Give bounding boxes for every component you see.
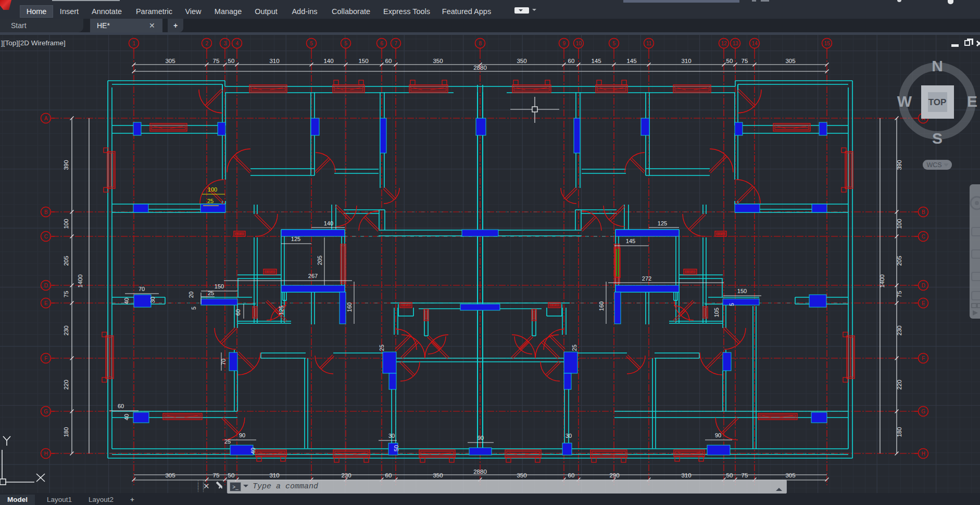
svg-text:H: H [921, 451, 925, 457]
svg-text:30: 30 [388, 433, 395, 439]
svg-text:230: 230 [896, 325, 902, 335]
svg-text:25: 25 [379, 345, 385, 351]
svg-text:125: 125 [278, 306, 284, 315]
svg-text:230: 230 [63, 325, 69, 335]
svg-text:5: 5 [728, 303, 735, 306]
svg-text:125: 125 [658, 220, 667, 226]
svg-text:100: 100 [63, 219, 69, 229]
svg-text:310: 310 [269, 472, 279, 478]
svg-text:50: 50 [726, 472, 733, 478]
svg-text:140: 140 [324, 220, 333, 226]
svg-text:390: 390 [896, 160, 902, 170]
svg-text:60: 60 [385, 472, 392, 478]
svg-text:100: 100 [208, 186, 217, 193]
svg-text:60: 60 [118, 403, 124, 409]
svg-text:A: A [44, 116, 48, 121]
svg-text:C: C [44, 234, 47, 239]
svg-text:305: 305 [165, 58, 175, 64]
svg-text:B: B [922, 209, 925, 215]
svg-text:310: 310 [269, 58, 279, 64]
svg-text:145: 145 [591, 58, 601, 64]
svg-text:2880: 2880 [473, 65, 487, 71]
svg-text:350: 350 [433, 472, 443, 478]
svg-text:305: 305 [785, 472, 795, 478]
svg-text:N: N [932, 57, 943, 74]
svg-text:11: 11 [646, 41, 652, 46]
svg-text:180: 180 [63, 427, 69, 437]
svg-text:305: 305 [785, 58, 795, 64]
svg-text:205: 205 [896, 256, 902, 266]
svg-text:WCS: WCS [926, 161, 941, 169]
svg-text:60: 60 [568, 58, 575, 64]
svg-text:220: 220 [896, 380, 902, 389]
svg-text:145: 145 [626, 58, 636, 64]
svg-text:90: 90 [239, 432, 245, 438]
svg-text:B: B [44, 209, 48, 215]
svg-text:8: 8 [479, 41, 482, 46]
svg-text:13: 13 [732, 41, 738, 46]
svg-text:G: G [44, 409, 48, 414]
svg-text:25: 25 [207, 198, 213, 204]
svg-text:220: 220 [63, 380, 69, 389]
svg-text:2: 2 [205, 41, 208, 46]
svg-text:50: 50 [228, 58, 235, 64]
svg-text:14: 14 [751, 41, 758, 46]
svg-text:160: 160 [598, 301, 605, 311]
svg-text:10: 10 [575, 41, 582, 46]
svg-text:12: 12 [721, 41, 727, 46]
svg-text:50: 50 [228, 472, 235, 478]
svg-text:75: 75 [742, 58, 748, 64]
svg-text:75: 75 [213, 472, 220, 478]
svg-text:60: 60 [568, 472, 575, 478]
svg-text:150: 150 [358, 58, 368, 64]
svg-text:E: E [922, 300, 925, 306]
svg-text:1: 1 [132, 41, 135, 46]
svg-text:310: 310 [681, 58, 691, 64]
svg-text:230: 230 [341, 472, 351, 478]
svg-text:15: 15 [824, 41, 830, 46]
svg-text:E: E [44, 300, 48, 306]
svg-text:W: W [897, 93, 912, 110]
svg-text:C: C [921, 234, 925, 239]
svg-text:1400: 1400 [879, 274, 885, 288]
svg-text:1400: 1400 [77, 274, 83, 288]
svg-text:25: 25 [208, 290, 214, 296]
svg-text:105: 105 [713, 308, 720, 317]
svg-text:40: 40 [123, 298, 130, 304]
svg-text:E: E [967, 93, 977, 110]
svg-text:40: 40 [250, 448, 256, 454]
svg-text:90: 90 [478, 435, 484, 441]
svg-text:350: 350 [517, 472, 526, 478]
svg-text:160: 160 [346, 302, 353, 312]
svg-text:205: 205 [317, 256, 323, 265]
svg-text:150: 150 [737, 288, 747, 294]
svg-text:H: H [44, 451, 47, 457]
svg-text:75: 75 [742, 472, 748, 478]
svg-text:75: 75 [213, 58, 220, 64]
svg-text:2880: 2880 [473, 469, 487, 475]
svg-text:140: 140 [323, 58, 333, 64]
svg-text:20: 20 [188, 292, 194, 298]
svg-text:267: 267 [308, 273, 318, 279]
svg-text:75: 75 [63, 291, 69, 298]
svg-text:5: 5 [310, 41, 313, 46]
svg-text:7: 7 [394, 41, 397, 46]
svg-text:40: 40 [123, 414, 130, 420]
svg-text:5: 5 [612, 41, 615, 46]
svg-text:145: 145 [626, 238, 635, 244]
svg-text:3: 3 [223, 41, 227, 46]
svg-text:60: 60 [385, 58, 392, 64]
svg-text:S: S [932, 130, 943, 147]
svg-text:TOP: TOP [928, 97, 947, 107]
svg-text:90: 90 [715, 432, 721, 438]
svg-text:D: D [921, 283, 925, 288]
svg-text:180: 180 [896, 427, 902, 437]
svg-text:25: 25 [224, 438, 231, 445]
svg-text:50: 50 [393, 445, 399, 451]
svg-text:100: 100 [896, 219, 902, 229]
svg-text:4: 4 [235, 41, 238, 46]
svg-text:70: 70 [139, 286, 145, 292]
svg-text:D: D [44, 283, 47, 288]
svg-text:5: 5 [344, 41, 347, 46]
svg-text:60: 60 [235, 309, 241, 315]
